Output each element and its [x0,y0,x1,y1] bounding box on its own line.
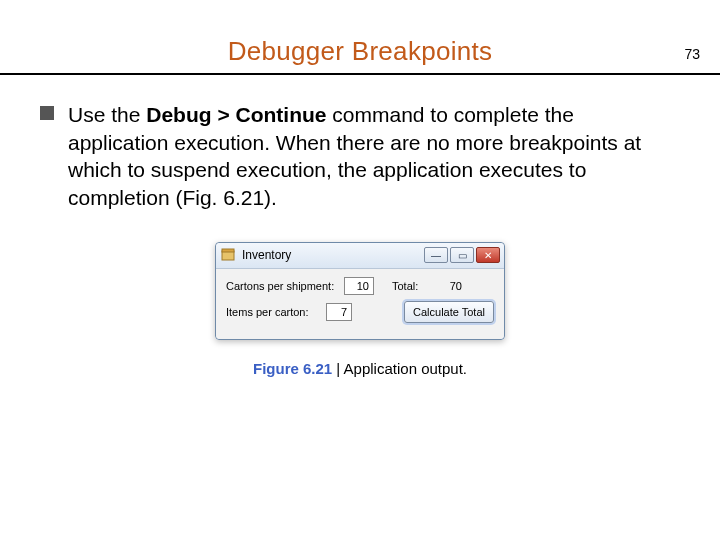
figure-caption: Figure 6.21 | Application output. [40,360,680,377]
svg-rect-1 [222,249,234,252]
body-text-pre: Use the [68,103,146,126]
button-cell: Calculate Total [404,301,494,323]
titlebar: Inventory — ▭ ✕ [216,243,504,269]
bullet-item: Use the Debug > Continue command to comp… [40,101,680,212]
maximize-button[interactable]: ▭ [450,247,474,263]
calculate-total-button[interactable]: Calculate Total [404,301,494,323]
close-button[interactable]: ✕ [476,247,500,263]
content-area: Use the Debug > Continue command to comp… [40,101,680,377]
slide-title: Debugger Breakpoints [0,36,720,67]
figure-wrapper: Inventory — ▭ ✕ Cartons per shipment: 10… [40,242,680,340]
page-number: 73 [684,46,700,62]
cartons-label: Cartons per shipment: [226,280,344,292]
square-bullet-icon [40,106,54,120]
app-icon [220,247,236,263]
cartons-input[interactable]: 10 [344,277,374,295]
title-rule [0,73,720,75]
items-label: Items per carton: [226,306,326,318]
body-text-bold: Debug > Continue [146,103,326,126]
caption-text: Application output. [344,360,467,377]
client-area: Cartons per shipment: 10 Total: 70 Items… [216,269,504,339]
slide-page: 73 Debugger Breakpoints Use the Debug > … [0,36,720,540]
app-window: Inventory — ▭ ✕ Cartons per shipment: 10… [215,242,505,340]
body-paragraph: Use the Debug > Continue command to comp… [68,101,680,212]
window-buttons: — ▭ ✕ [424,247,500,263]
form-row-1: Cartons per shipment: 10 Total: 70 [226,277,494,295]
form-row-2: Items per carton: 7 Calculate Total [226,301,494,323]
total-label: Total: [392,280,432,292]
total-value: 70 [432,280,462,292]
caption-sep: | [332,360,343,377]
minimize-button[interactable]: — [424,247,448,263]
items-input[interactable]: 7 [326,303,352,321]
window-title: Inventory [242,248,424,262]
figure-number: Figure 6.21 [253,360,332,377]
